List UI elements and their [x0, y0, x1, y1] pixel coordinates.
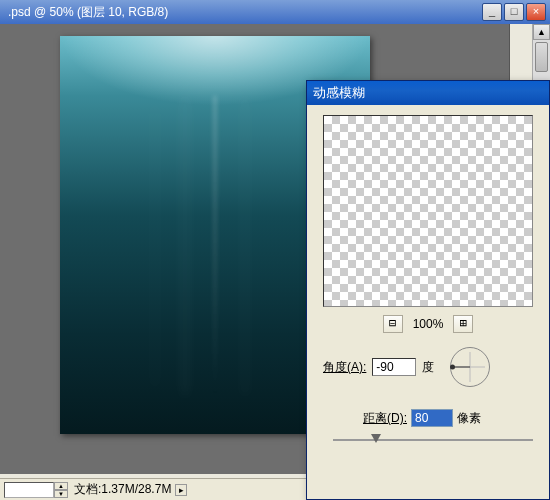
zoom-out-button[interactable]: ⊟ [383, 315, 403, 333]
dialog-title: 动感模糊 [313, 84, 365, 102]
close-button[interactable]: × [526, 3, 546, 21]
distance-slider[interactable] [333, 433, 533, 447]
dialog-title-bar[interactable]: 动感模糊 [307, 81, 549, 105]
window-title: .psd @ 50% (图层 10, RGB/8) [4, 4, 480, 21]
doc-size-label: 文档:1.37M/28.7M [74, 481, 171, 498]
distance-input[interactable] [411, 409, 453, 427]
dial-needle [452, 367, 470, 368]
minus-icon: ⊟ [389, 316, 396, 330]
scroll-thumb[interactable] [535, 42, 548, 72]
document-window: .psd @ 50% (图层 10, RGB/8) _ □ × ▲ ▼ ▲ ▼ … [0, 0, 550, 500]
scroll-up-arrow[interactable]: ▲ [533, 24, 550, 40]
title-bar[interactable]: .psd @ 50% (图层 10, RGB/8) _ □ × [0, 0, 550, 24]
zoom-in-button[interactable]: ⊞ [453, 315, 473, 333]
distance-unit-label: 像素 [457, 410, 481, 427]
angle-unit-label: 度 [422, 359, 434, 376]
transparency-checker [324, 116, 532, 306]
angle-label: 角度(A): [323, 359, 366, 376]
minimize-button[interactable]: _ [482, 3, 502, 21]
zoom-up-icon[interactable]: ▲ [54, 482, 68, 490]
motion-blur-dialog: 动感模糊 ⊟ 100% ⊞ 角度(A): 度 [306, 80, 550, 500]
angle-dial[interactable] [450, 347, 490, 387]
preview-box[interactable] [323, 115, 533, 307]
slider-track [333, 439, 533, 441]
distance-label: 距离(D): [363, 410, 407, 427]
plus-icon: ⊞ [460, 316, 467, 330]
slider-thumb[interactable] [371, 434, 381, 443]
zoom-stepper[interactable]: ▲ ▼ [54, 482, 68, 498]
zoom-input[interactable] [4, 482, 54, 498]
image-content-rays [213, 96, 217, 396]
zoom-down-icon[interactable]: ▼ [54, 490, 68, 498]
status-menu-chevron[interactable]: ▸ [175, 484, 187, 496]
angle-input[interactable] [372, 358, 416, 376]
zoom-percent-label: 100% [413, 317, 444, 331]
maximize-button[interactable]: □ [504, 3, 524, 21]
